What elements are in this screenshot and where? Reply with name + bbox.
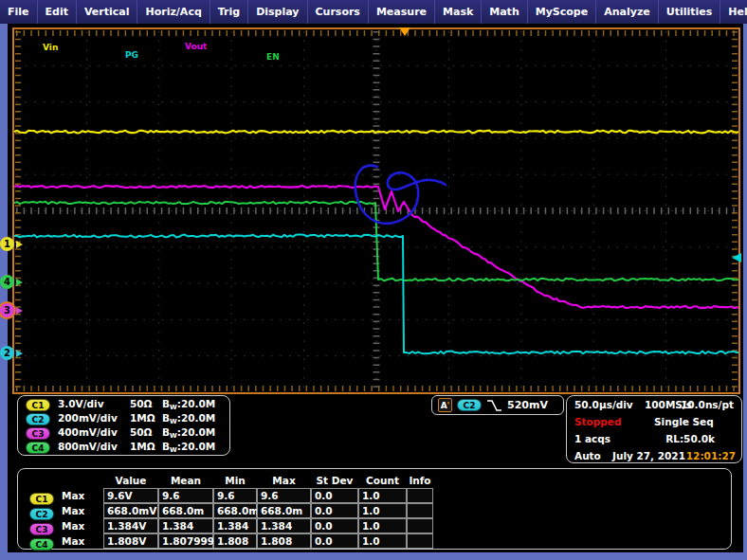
menu-item-analyze[interactable]: Analyze (596, 0, 659, 24)
measurement-cell-max: 668.0m (257, 503, 311, 518)
channel-readout-c2[interactable]: C2200mV/div1MΩBW:20.0M (18, 412, 229, 426)
menu-item-myscope[interactable]: MyScope (528, 0, 596, 24)
trace-label-vin: Vin (43, 43, 58, 52)
horizontal-acquisition-panel[interactable]: 50.0μs/div 100MS/s 10.0ns/pt Stopped Sin… (566, 395, 742, 463)
table-header-mean: Mean (158, 473, 213, 488)
date-display: July 27, 2021 (612, 450, 685, 461)
measurement-cell-count: 1.0 (358, 488, 407, 503)
channel-impedance: 50Ω (130, 426, 153, 438)
channel-readout-panel[interactable]: C13.0V/div50ΩBW:20.0MC2200mV/div1MΩBW:20… (17, 395, 230, 456)
channel-bandwidth: BW:20.0M (162, 441, 215, 454)
measurement-cell-st-dev: 0.0 (311, 518, 358, 533)
channel-readout-c3[interactable]: C3400mV/div50ΩBW:20.0M (18, 426, 229, 441)
trace-vin (14, 131, 738, 134)
table-corner (62, 473, 103, 488)
measurement-row-channel: C2 (29, 503, 62, 518)
channel-badge: C1 (26, 399, 50, 411)
menu-item-vertical[interactable]: Vertical (77, 0, 138, 24)
channel-scale: 400mV/div (58, 426, 118, 438)
table-header-max: Max (257, 473, 311, 488)
channel-bandwidth: BW:20.0M (162, 412, 215, 425)
arrow-right-icon (16, 241, 23, 248)
menu-item-measure[interactable]: Measure (369, 0, 435, 24)
measurement-name: Max (62, 503, 103, 518)
menu-item-file[interactable]: File (0, 0, 38, 24)
channel-badge: C4 (26, 442, 50, 454)
measurement-cell-min: 1.808 (213, 533, 257, 549)
freehand-annotation (355, 166, 446, 224)
measurement-cell-info (407, 488, 433, 503)
waveform-display: VinPGVoutEN1432 (12, 27, 740, 394)
scope-content: VinPGVoutEN1432 C13.0V/div50ΩBW:20.0MC22… (8, 24, 743, 552)
table-header-min: Min (213, 473, 257, 488)
measurement-row-channel: C3 (29, 518, 62, 533)
channel-4-ground-marker[interactable]: 4 (0, 275, 32, 289)
measurement-name: Max (62, 488, 103, 503)
channel-3-ground-marker[interactable]: 3 (0, 303, 32, 317)
trace-label-en: EN (266, 52, 280, 62)
measurement-cell-mean: 9.6 (158, 488, 213, 503)
trigger-a-icon: A' (438, 398, 452, 412)
menu-item-horiz-acq[interactable]: Horiz/Acq (137, 0, 210, 24)
measurement-cell-info (407, 503, 433, 518)
measurement-cell-value: 1.808V (103, 533, 158, 549)
measurement-cell-mean: 668.0m (158, 503, 213, 518)
measurement-cell-info (407, 533, 433, 549)
trace-en (14, 202, 738, 281)
menu-item-trig[interactable]: Trig (210, 0, 248, 24)
measurement-row-channel: C4 (29, 533, 62, 549)
trace-label-vout: Vout (185, 42, 207, 51)
measurement-cell-mean: 1.8079999 (158, 533, 213, 549)
channel-bandwidth: BW:20.0M (162, 398, 215, 411)
measurement-cell-min: 1.384 (213, 518, 257, 533)
acquisition-mode: Single Seq (654, 416, 714, 427)
trigger-readout-panel[interactable]: A' C2 520mV (431, 395, 564, 415)
channel-bandwidth: BW:20.0M (162, 426, 215, 440)
measurement-cell-count: 1.0 (358, 503, 407, 518)
channel-badge: C2 (26, 413, 50, 425)
channel-scale: 3.0V/div (58, 398, 104, 409)
record-length: RL:50.0k (665, 433, 715, 444)
trigger-level-arrow-icon[interactable] (732, 253, 741, 262)
time-display: 12:01:27 (686, 450, 736, 461)
table-header-info: Info (407, 473, 433, 488)
table-header-value: Value (103, 473, 158, 488)
measurement-name: Max (62, 533, 103, 549)
measurement-cell-max: 1.384 (257, 518, 311, 533)
menu-item-mask[interactable]: Mask (435, 0, 482, 24)
menu-item-help[interactable]: Help (720, 0, 747, 24)
falling-edge-icon (486, 399, 502, 412)
resolution: 10.0ns/pt (681, 399, 734, 410)
channel-readout-c1[interactable]: C13.0V/div50ΩBW:20.0M (18, 398, 229, 412)
trace-label-pg: PG (125, 50, 138, 60)
channel-impedance: 1MΩ (130, 441, 155, 452)
measurement-cell-max: 1.808 (257, 533, 311, 549)
arrow-right-icon (16, 350, 23, 357)
arrow-right-icon (16, 279, 23, 286)
measurement-cell-st-dev: 0.0 (311, 503, 358, 518)
channel-readout-c4[interactable]: C4800mV/div1MΩBW:20.0M (18, 441, 229, 455)
timebase-value: 50.0μs/div (574, 399, 633, 410)
measurement-cell-count: 1.0 (358, 518, 407, 533)
acquisition-count: 1 acqs (574, 433, 610, 444)
waveform-traces (14, 29, 738, 392)
measurement-cell-min: 668.0m (213, 503, 257, 518)
channel-1-ground-marker[interactable]: 1 (0, 237, 32, 251)
measurement-table: ValueMeanMinMaxSt DevCountInfoC1Max9.6V9… (29, 473, 433, 549)
menu-item-math[interactable]: Math (482, 0, 527, 24)
channel-2-ground-marker[interactable]: 2 (0, 346, 32, 360)
menu-bar: FileEditVerticalHoriz/AcqTrigDisplayCurs… (0, 0, 747, 24)
table-corner (29, 473, 62, 488)
measurement-cell-value: 668.0mV (103, 503, 158, 518)
measurement-cell-st-dev: 0.0 (311, 533, 358, 549)
menu-item-utilities[interactable]: Utilities (659, 0, 721, 24)
menu-item-edit[interactable]: Edit (38, 0, 77, 24)
measurement-name: Max (62, 518, 103, 533)
measurement-cell-mean: 1.384 (158, 518, 213, 533)
measurement-cell-min: 9.6 (213, 488, 257, 503)
table-header-st-dev: St Dev (311, 473, 358, 488)
measurement-panel: ValueMeanMinMaxSt DevCountInfoC1Max9.6V9… (17, 468, 732, 550)
menu-item-cursors[interactable]: Cursors (308, 0, 369, 24)
menu-item-display[interactable]: Display (248, 0, 307, 24)
trigger-position-marker-icon[interactable] (399, 27, 410, 36)
